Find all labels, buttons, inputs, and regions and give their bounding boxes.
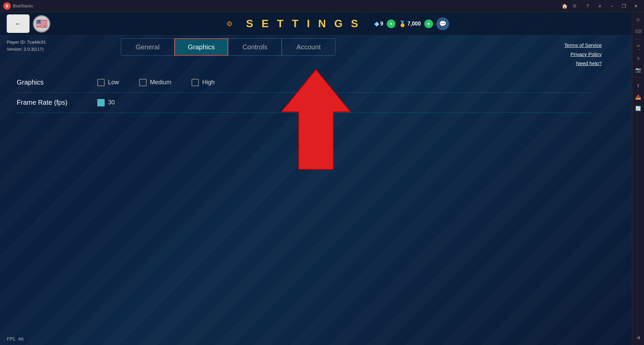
settings-tabs: General Graphics Controls Account <box>121 38 335 56</box>
back-icon: ← <box>14 19 22 28</box>
app-icon: B <box>3 2 11 10</box>
main-wrapper: ← 🇺🇸 ⚙ S E T T I N G S ◆ 9 + 🏅 7,000 <box>0 12 644 345</box>
sidebar-icon-2[interactable]: 📱 <box>633 42 643 52</box>
home-nav-icon[interactable]: 🏠 <box>562 3 568 9</box>
version-info: Version: 2.0.3(117) <box>7 46 46 53</box>
titlebar-nav: 🏠 ⧉ <box>562 3 576 9</box>
game-area: ← 🇺🇸 ⚙ S E T T I N G S ◆ 9 + 🏅 7,000 <box>0 12 632 345</box>
tab-general[interactable]: General <box>121 38 174 56</box>
chat-button[interactable]: 💬 <box>436 17 449 30</box>
add-coins-button[interactable]: + <box>424 19 433 28</box>
tab-account[interactable]: Account <box>282 38 335 56</box>
app-logo: B BlueStacks <box>3 2 33 10</box>
close-button[interactable]: ✕ <box>631 1 641 11</box>
game-topbar: ← 🇺🇸 ⚙ S E T T I N G S ◆ 9 + 🏅 7,000 <box>0 12 632 36</box>
privacy-policy-link[interactable]: Privacy Policy <box>564 50 602 59</box>
top-links: Terms of Service Privacy Policy Need hel… <box>564 41 602 68</box>
sidebar-divider-1 <box>634 39 642 39</box>
graphics-low-option[interactable]: Low <box>97 79 119 86</box>
sidebar-icon-5[interactable]: ⬆ <box>633 81 643 91</box>
app-name: BlueStacks <box>13 4 33 8</box>
graphics-high-checkbox[interactable] <box>192 79 199 86</box>
add-gems-button[interactable]: + <box>387 19 395 28</box>
gem-currency: ◆ 9 <box>374 20 383 28</box>
tab-controls[interactable]: Controls <box>228 38 282 56</box>
framerate-options: 30 <box>97 99 115 106</box>
window-controls: ? ≡ − ❐ ✕ <box>583 1 641 11</box>
graphics-label: Graphics <box>17 79 84 86</box>
sidebar-icon-7[interactable]: 🔄 <box>633 103 643 113</box>
coin-count: 7,000 <box>408 21 421 27</box>
star-icon: ⚙ <box>226 20 232 28</box>
graphics-medium-label: Medium <box>150 79 171 86</box>
graphics-low-checkbox[interactable] <box>97 79 105 86</box>
sidebar-icon-bottom-0[interactable]: ◀ <box>633 332 643 342</box>
restore-button[interactable]: ❐ <box>619 1 629 11</box>
help-button[interactable]: ? <box>583 1 592 11</box>
sidebar-divider-2 <box>634 78 642 78</box>
sidebar-icon-3[interactable]: 🖱 <box>633 53 643 63</box>
settings-content: Graphics Low Medium High <box>7 66 602 119</box>
sidebar-icon-6[interactable]: 📤 <box>633 92 643 102</box>
sidebar-icon-4[interactable]: 📷 <box>633 65 643 75</box>
tab-graphics[interactable]: Graphics <box>174 38 228 56</box>
topbar-center: ⚙ S E T T I N G S ◆ 9 + 🏅 7,000 + 💬 <box>50 17 625 30</box>
flag-icon: 🇺🇸 <box>36 18 48 29</box>
back-button[interactable]: ← <box>7 14 30 33</box>
graphics-low-label: Low <box>108 79 119 86</box>
minimize-button[interactable]: − <box>607 1 616 11</box>
svg-text:B: B <box>6 4 8 8</box>
coin-currency: 🏅 7,000 <box>399 20 421 28</box>
right-sidebar: ⚙ ⌨ 📱 🖱 📷 ⬆ 📤 🔄 ◀ <box>632 12 644 345</box>
framerate-30-option[interactable]: 30 <box>97 99 115 106</box>
graphics-options: Low Medium High <box>97 79 215 86</box>
multi-window-icon[interactable]: ⧉ <box>573 3 576 9</box>
terms-of-service-link[interactable]: Terms of Service <box>564 41 602 50</box>
framerate-30-checkbox[interactable] <box>97 99 105 106</box>
titlebar: B BlueStacks 🏠 ⧉ ? ≡ − ❐ ✕ <box>0 0 644 12</box>
framerate-30-label: 30 <box>108 99 115 106</box>
sidebar-icon-0[interactable]: ⚙ <box>633 15 643 25</box>
settings-title: S E T T I N G S <box>246 17 361 30</box>
player-id: Player ID: 7ca44c91 <box>7 39 46 46</box>
avatar: 🇺🇸 <box>33 15 50 33</box>
framerate-label: Frame Rate (fps) <box>17 99 84 106</box>
gem-icon: ◆ <box>374 20 379 28</box>
currency-bar: ◆ 9 + 🏅 7,000 + 💬 <box>374 17 449 30</box>
coin-icon: 🏅 <box>399 20 406 28</box>
gem-count: 9 <box>380 21 383 27</box>
graphics-setting-row: Graphics Low Medium High <box>17 72 592 93</box>
graphics-medium-option[interactable]: Medium <box>139 79 171 86</box>
framerate-setting-row: Frame Rate (fps) 30 <box>17 93 592 113</box>
chat-icon: 💬 <box>439 20 446 28</box>
graphics-medium-checkbox[interactable] <box>139 79 147 86</box>
sidebar-icon-1[interactable]: ⌨ <box>633 26 643 36</box>
player-info: Player ID: 7ca44c91 Version: 2.0.3(117) <box>7 39 46 53</box>
fps-counter: FPS 46 <box>7 336 24 342</box>
graphics-high-option[interactable]: High <box>192 79 215 86</box>
graphics-high-label: High <box>202 79 215 86</box>
menu-button[interactable]: ≡ <box>595 1 604 11</box>
